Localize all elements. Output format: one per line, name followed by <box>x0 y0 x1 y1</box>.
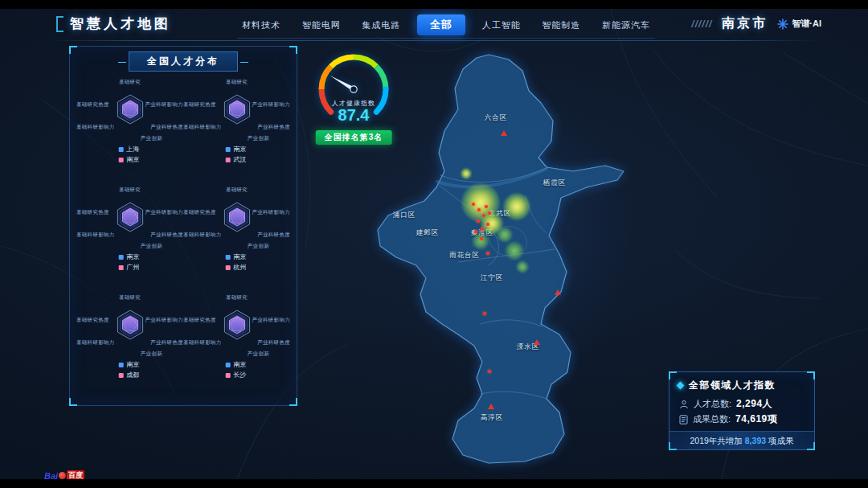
watermark-dot-icon <box>59 472 66 479</box>
radar-axis-label: 产业科研热度 <box>150 124 183 131</box>
legend-item-广州: 广州 <box>118 263 139 272</box>
corner-accent <box>807 371 815 379</box>
tab-全部[interactable]: 全部 <box>417 14 465 35</box>
legend-item-南京: 南京 <box>225 252 246 261</box>
legend-swatch <box>118 373 123 378</box>
header-divider <box>48 40 820 41</box>
radar-axis-label: 基础研究热度 <box>76 209 109 216</box>
stats-rows: 人才总数:2,294人成果总数:74,619项 <box>669 396 814 427</box>
stats-title: 全部领域人才指数 <box>689 379 776 392</box>
document-icon <box>679 415 688 424</box>
radar-axis-label: 产业科研热度 <box>257 124 290 131</box>
radar-chart-2: 基础研究产业科研影响力产业科研热度产业创新基础科研影响力基础研究热度南京武汉 <box>183 77 290 185</box>
footer-highlight: 8,393 <box>745 436 766 445</box>
radar-axis-label: 基础研究热度 <box>76 101 109 109</box>
legend-item-南京: 南京 <box>225 145 246 154</box>
radar-legend: 上海南京 <box>118 145 139 164</box>
district-label-秦淮区[interactable]: 秦淮区 <box>471 228 494 238</box>
radar-axis-label: 产业科研影响力 <box>252 101 290 109</box>
radar-axis-label: 基础研究热度 <box>76 317 109 324</box>
tab-智能电网[interactable]: 智能电网 <box>297 17 346 34</box>
legend-item-杭州: 杭州 <box>225 263 246 272</box>
tab-智能制造[interactable]: 智能制造 <box>537 17 585 34</box>
radar-axis-label: 产业科研影响力 <box>145 209 183 216</box>
watermark-text: Bai <box>44 471 58 480</box>
tab-材料技术[interactable]: 材料技术 <box>237 17 285 34</box>
radar-axis-label: 基础研究热度 <box>183 317 216 324</box>
radar-hexagon-chart <box>216 196 258 238</box>
radar-axis-label: 产业创新 <box>141 243 162 250</box>
corner-accent <box>289 398 297 406</box>
legend-swatch <box>225 265 230 270</box>
corner-accent <box>289 46 297 54</box>
tab-人工智能[interactable]: 人工智能 <box>477 17 526 34</box>
radar-axis-label: 产业科研热度 <box>150 339 183 347</box>
legend-item-上海: 上海 <box>118 145 139 154</box>
district-label-浦口区[interactable]: 浦口区 <box>393 211 416 220</box>
city-name: 南京市 <box>722 15 768 32</box>
stats-footer: 2019年共增加 8,393 项成果 <box>669 431 814 449</box>
district-label-溧水区[interactable]: 溧水区 <box>517 342 540 352</box>
app-title: 智慧人才地图 <box>70 14 171 33</box>
radar-axis-label: 产业创新 <box>248 351 269 358</box>
national-distribution-panel: 全国人才分布 基础研究产业科研影响力产业科研热度产业创新基础科研影响力基础研究热… <box>69 46 297 406</box>
radar-axis-label: 产业科研热度 <box>257 339 290 347</box>
app-title-block: 智慧人才地图 <box>56 14 171 33</box>
legend-swatch <box>118 363 123 367</box>
header: 智慧人才地图 材料技术智能电网集成电路全部人工智能智能制造新能源汽车 /////… <box>0 9 868 41</box>
legend-swatch <box>118 255 123 260</box>
legend-item-南京: 南京 <box>118 155 139 164</box>
radar-axis-label: 基础研究 <box>119 294 141 301</box>
district-label-六合区[interactable]: 六合区 <box>485 113 508 123</box>
radar-axis-label: 基础研究 <box>226 79 248 86</box>
brand-name: 智谱·AI <box>792 18 821 30</box>
radar-axis-label: 产业科研热度 <box>150 232 183 239</box>
legend-swatch <box>225 363 230 367</box>
legend-item-南京: 南京 <box>118 360 139 369</box>
brand: 智谱·AI <box>777 18 821 30</box>
radar-chart-4: 基础研究产业科研影响力产业科研热度产业创新基础科研影响力基础研究热度南京杭州 <box>183 185 290 293</box>
radar-axis-label: 基础研究 <box>226 187 248 194</box>
radar-axis-label: 基础研究 <box>226 294 248 301</box>
district-label-江宁区[interactable]: 江宁区 <box>481 273 504 283</box>
radar-hexagon-chart <box>109 304 151 346</box>
radar-grid: 基础研究产业科研影响力产业科研热度产业创新基础科研影响力基础研究热度上海南京基础… <box>76 77 290 400</box>
legend-item-南京: 南京 <box>118 252 139 261</box>
diamond-icon <box>677 382 685 390</box>
brand-logo-icon <box>777 18 788 30</box>
radar-axis-label: 产业科研影响力 <box>252 317 290 324</box>
corner-accent <box>69 46 77 54</box>
radar-axis-label: 产业科研影响力 <box>145 317 183 324</box>
stat-row: 成果总数:74,619项 <box>669 412 814 427</box>
corner-accent <box>669 371 677 379</box>
radar-hexagon-chart <box>216 304 258 346</box>
nanjing-map[interactable]: 六合区栖霞区浦口区建邺区玄武区秦淮区雨花台区江宁区溧水区高淳区 <box>368 47 649 473</box>
radar-axis-label: 基础研究热度 <box>183 209 216 216</box>
radar-hexagon-chart <box>109 88 151 130</box>
footer-suffix: 项成果 <box>766 436 793 445</box>
radar-axis-label: 产业创新 <box>141 135 162 142</box>
district-label-雨花台区[interactable]: 雨花台区 <box>449 251 480 260</box>
gauge-hub <box>350 86 357 92</box>
district-label-建邺区[interactable]: 建邺区 <box>416 228 440 238</box>
legend-swatch <box>225 147 230 152</box>
radar-legend: 南京成都 <box>118 360 139 379</box>
radar-axis-label: 产业科研影响力 <box>145 101 183 109</box>
district-label-玄武区[interactable]: 玄武区 <box>489 209 512 219</box>
stats-title-row: 全部领域人才指数 <box>669 372 814 396</box>
radar-axis-label: 基础研究热度 <box>183 101 216 109</box>
radar-chart-3: 基础研究产业科研影响力产业科研热度产业创新基础科研影响力基础研究热度南京广州 <box>76 185 183 293</box>
radar-axis-label: 产业创新 <box>141 351 162 358</box>
header-right: ////// 南京市 智谱·AI <box>691 15 821 32</box>
district-label-高淳区[interactable]: 高淳区 <box>481 413 504 423</box>
radar-axis-label: 产业创新 <box>248 135 269 142</box>
radar-axis-label: 产业创新 <box>248 243 269 250</box>
radar-legend: 南京杭州 <box>225 252 246 272</box>
tab-新能源汽车[interactable]: 新能源汽车 <box>597 17 655 34</box>
stat-label: 人才总数: <box>694 398 731 410</box>
district-label-栖霞区[interactable]: 栖霞区 <box>543 178 567 188</box>
radar-axis-label: 产业科研影响力 <box>252 209 290 216</box>
radar-hexagon-chart <box>109 196 151 238</box>
legend-swatch <box>225 373 230 378</box>
tab-集成电路[interactable]: 集成电路 <box>357 17 405 34</box>
